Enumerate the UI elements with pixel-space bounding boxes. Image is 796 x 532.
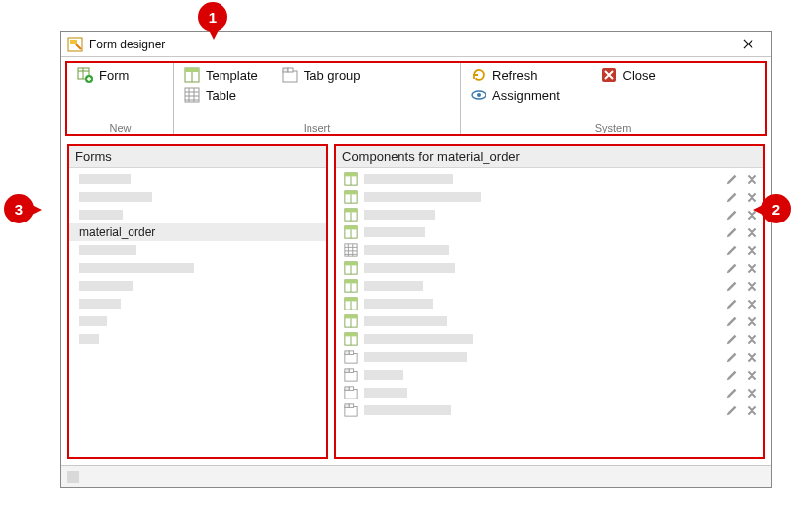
tabgroup-icon (344, 403, 358, 417)
edit-icon[interactable] (724, 189, 740, 205)
forms-list-item[interactable] (69, 170, 326, 188)
ribbon-item-label: Assignment (492, 88, 560, 103)
ribbon-item-label: Refresh (492, 68, 538, 83)
edit-icon[interactable] (724, 296, 740, 311)
components-list-item[interactable] (336, 366, 763, 384)
placeholder-text (364, 227, 425, 237)
ribbon-group-system: Refresh Close (461, 63, 765, 134)
ribbon-item-table[interactable]: Table (184, 87, 236, 103)
svg-rect-42 (345, 333, 357, 337)
delete-icon[interactable] (744, 367, 759, 383)
forms-list-item[interactable] (69, 295, 326, 312)
forms-list-item[interactable] (69, 259, 326, 277)
components-list-item[interactable] (336, 277, 763, 295)
delete-icon[interactable] (744, 278, 759, 294)
ribbon-group-label: System (461, 122, 765, 133)
ribbon-item-template[interactable]: Template (184, 67, 258, 83)
components-list-item[interactable] (336, 188, 763, 206)
svg-rect-47 (345, 372, 357, 382)
template-icon (344, 279, 358, 293)
ribbon-item-refresh[interactable]: Refresh (471, 67, 538, 83)
forms-list-item-material_order[interactable]: material_order (69, 223, 326, 241)
edit-icon[interactable] (724, 331, 740, 347)
ribbon-item-label: Table (206, 88, 236, 103)
ribbon-group-label: Insert (174, 122, 460, 133)
svg-rect-9 (283, 71, 297, 82)
edit-icon[interactable] (724, 402, 740, 418)
edit-icon[interactable] (724, 367, 740, 383)
svg-rect-54 (345, 404, 349, 408)
forms-list-item[interactable] (69, 277, 326, 295)
edit-icon[interactable] (724, 242, 740, 258)
table-icon (344, 243, 358, 257)
delete-icon[interactable] (744, 260, 759, 276)
forms-list-item[interactable] (69, 312, 326, 330)
edit-icon[interactable] (724, 207, 740, 222)
svg-rect-10 (283, 68, 288, 72)
svg-rect-45 (345, 351, 349, 355)
components-list-item[interactable] (336, 312, 763, 330)
placeholder-text (79, 334, 99, 344)
edit-icon[interactable] (724, 224, 740, 240)
forms-list-item[interactable] (69, 188, 326, 206)
window-close-button[interactable] (730, 33, 765, 56)
template-icon (184, 67, 200, 83)
svg-rect-20 (345, 191, 357, 195)
forms-list-item[interactable] (69, 330, 326, 348)
svg-rect-50 (345, 390, 357, 399)
delete-icon[interactable] (744, 402, 759, 418)
placeholder-text (364, 281, 423, 291)
components-list-item[interactable] (336, 241, 763, 259)
placeholder-text (364, 192, 481, 202)
edit-icon[interactable] (724, 278, 740, 294)
components-list-item[interactable] (336, 223, 763, 241)
delete-icon[interactable] (744, 242, 759, 258)
delete-icon[interactable] (744, 296, 759, 311)
placeholder-text (79, 299, 121, 309)
delete-icon[interactable] (744, 313, 759, 329)
components-list-item[interactable] (336, 401, 763, 419)
delete-icon[interactable] (744, 385, 759, 400)
components-list-item[interactable] (336, 259, 763, 277)
template-icon (344, 314, 358, 328)
components-list-item[interactable] (336, 170, 763, 188)
components-list-item[interactable] (336, 348, 763, 366)
edit-icon[interactable] (724, 260, 740, 276)
edit-icon[interactable] (724, 313, 740, 329)
ribbon-item-label: Form (99, 68, 129, 83)
components-list-item[interactable] (336, 206, 763, 223)
svg-rect-7 (185, 68, 199, 72)
delete-icon[interactable] (744, 224, 759, 240)
forms-list-item[interactable] (69, 241, 326, 259)
titlebar: Form designer (61, 32, 771, 57)
delete-icon[interactable] (744, 171, 759, 187)
edit-icon[interactable] (724, 171, 740, 187)
table-icon (184, 87, 200, 103)
svg-rect-23 (345, 209, 357, 213)
ribbon-item-tabgroup[interactable]: Tab group (282, 67, 361, 83)
delete-icon[interactable] (744, 331, 759, 347)
svg-rect-48 (345, 369, 349, 373)
delete-icon[interactable] (744, 207, 759, 222)
ribbon-item-assignment[interactable]: Assignment (471, 87, 560, 103)
svg-rect-30 (345, 262, 357, 266)
window-title: Form designer (89, 38, 165, 51)
template-icon (344, 332, 358, 346)
delete-icon[interactable] (744, 349, 759, 365)
edit-icon[interactable] (724, 349, 740, 365)
ribbon-item-close[interactable]: Close (601, 67, 656, 83)
delete-icon[interactable] (744, 189, 759, 205)
components-list-item[interactable] (336, 384, 763, 401)
forms-list-item[interactable] (69, 206, 326, 223)
svg-rect-36 (345, 298, 357, 302)
components-list-item[interactable] (336, 295, 763, 312)
template-icon (344, 297, 358, 310)
placeholder-text (79, 192, 152, 202)
edit-icon[interactable] (724, 385, 740, 400)
svg-rect-26 (345, 226, 357, 230)
ribbon-item-label: Close (623, 68, 656, 83)
ribbon-item-form[interactable]: Form (77, 67, 129, 83)
ribbon-item-label: Template (206, 68, 258, 83)
components-list-item[interactable] (336, 330, 763, 348)
placeholder-text (364, 174, 453, 184)
